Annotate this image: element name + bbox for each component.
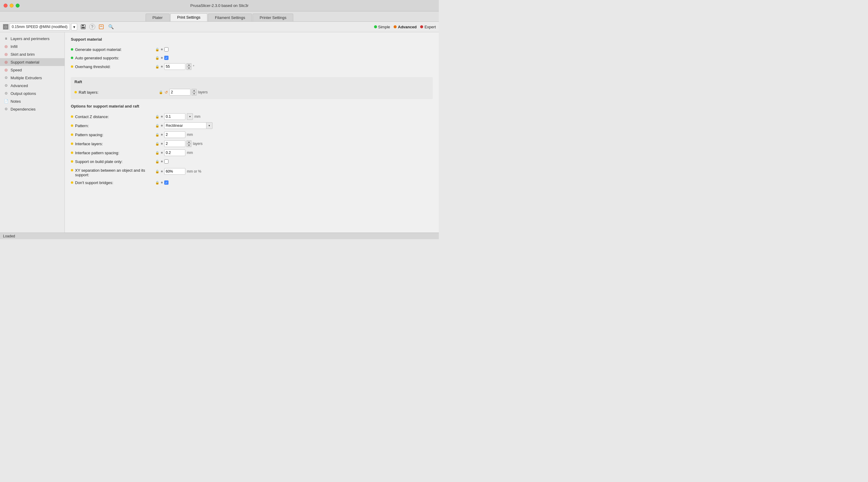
overhang-lock[interactable]: 🔒 (155, 65, 159, 69)
undo-save-button[interactable] (98, 23, 105, 30)
sidebar: ≡ Layers and perimeters ◎ Infill ◎ Skirt… (0, 32, 65, 232)
overhang-spinner[interactable]: ▲ ▼ (187, 63, 191, 70)
raft-up[interactable]: ▲ (192, 89, 196, 92)
dont-support-bridges-controls: 🔒 ✓ (155, 181, 168, 185)
build-plate-only-checkbox[interactable] (164, 159, 168, 164)
mode-advanced[interactable]: Advanced (394, 25, 416, 29)
interface-layers-lock[interactable]: 🔒 (155, 142, 159, 146)
tab-print-settings[interactable]: Print Settings (170, 13, 207, 22)
auto-generated-lock[interactable]: 🔒 (155, 56, 159, 60)
support-icon: ◎ (4, 60, 8, 64)
interface-spacing-label: Interface pattern spacing: (71, 151, 155, 155)
interface-spacing-input[interactable] (164, 150, 185, 156)
contact-z-lock[interactable]: 🔒 (155, 115, 159, 119)
generate-support-row: Generate support material: 🔒 (71, 45, 433, 54)
build-plate-only-lock[interactable]: 🔒 (155, 160, 159, 164)
overhang-down[interactable]: ▼ (187, 67, 191, 70)
interface-layers-spinner[interactable]: ▲ ▼ (187, 140, 191, 147)
tab-filament-settings[interactable]: Filament Settings (208, 13, 252, 22)
raft-lock[interactable]: 🔒 (159, 90, 163, 94)
interface-layers-label: Interface layers: (71, 141, 155, 146)
contact-z-row: Contact Z distance: 🔒 ▾ mm (71, 112, 433, 121)
advanced-mode-dot (394, 25, 397, 28)
dont-support-bridges-indicator (161, 182, 163, 184)
preset-dropdown-button[interactable]: ▾ (71, 23, 77, 30)
auto-generated-dot (71, 57, 73, 59)
interface-spacing-controls: 🔒 mm (155, 150, 193, 156)
interface-spacing-lock[interactable]: 🔒 (155, 151, 159, 155)
tab-printer-settings[interactable]: Printer Settings (253, 13, 293, 22)
xy-separation-input[interactable] (164, 168, 185, 175)
sidebar-item-layers[interactable]: ≡ Layers and perimeters (0, 35, 64, 42)
raft-reset[interactable]: ↺ (164, 90, 168, 95)
xy-separation-dot (71, 169, 73, 171)
pattern-spacing-lock[interactable]: 🔒 (155, 133, 159, 137)
pattern-indicator (161, 125, 163, 127)
dont-support-bridges-row: Don't support bridges: 🔒 ✓ (71, 178, 433, 187)
sidebar-item-advanced[interactable]: ⚙ Advanced (0, 82, 64, 90)
minimize-button[interactable] (10, 4, 13, 7)
auto-generated-indicator (161, 57, 163, 59)
sidebar-item-dependencies[interactable]: ⚙ Dependencies (0, 105, 64, 113)
pattern-dropdown[interactable]: ▾ (207, 122, 213, 129)
generate-support-lock[interactable]: 🔒 (155, 47, 159, 52)
pattern-row: Pattern: 🔒 Rectilinear ▾ (71, 121, 433, 130)
overhang-threshold-dot (71, 65, 73, 68)
contact-z-input[interactable] (164, 113, 185, 120)
search-button[interactable]: 🔍 (107, 23, 115, 30)
overhang-up[interactable]: ▲ (187, 63, 191, 67)
maximize-button[interactable] (16, 4, 20, 7)
raft-layers-input[interactable] (169, 89, 190, 96)
interface-layers-input[interactable] (164, 140, 185, 147)
xy-separation-indicator (161, 170, 163, 172)
expert-mode-label: Expert (424, 25, 436, 29)
close-button[interactable] (4, 4, 7, 7)
save-button[interactable] (80, 23, 87, 30)
raft-spinner[interactable]: ▲ ▼ (192, 89, 196, 96)
advanced-mode-label: Advanced (398, 25, 416, 29)
statusbar: Loaded (0, 232, 439, 239)
sidebar-item-speed[interactable]: ◎ Speed (0, 66, 64, 74)
contact-z-dropdown[interactable]: ▾ (187, 113, 193, 120)
window-controls[interactable] (4, 4, 20, 7)
interface-layers-up[interactable]: ▲ (187, 140, 191, 144)
content-area: Support material Generate support materi… (65, 32, 439, 232)
overhang-unit: ° (193, 64, 194, 69)
sidebar-item-support[interactable]: ◎ Support material (0, 58, 64, 66)
xy-separation-lock[interactable]: 🔒 (155, 170, 159, 173)
preset-dropdown-display: 0.15mm SPEED @MINI (modified) (10, 23, 70, 30)
interface-spacing-row: Interface pattern spacing: 🔒 mm (71, 148, 433, 157)
mode-expert[interactable]: Expert (420, 25, 436, 29)
mode-simple[interactable]: Simple (374, 25, 390, 29)
sidebar-item-infill[interactable]: ◎ Infill (0, 42, 64, 50)
dependencies-icon: ⚙ (4, 107, 8, 111)
sidebar-item-notes[interactable]: 📄 Notes (0, 97, 64, 105)
auto-generated-label: Auto generated supports: (71, 56, 155, 60)
overhang-threshold-controls: 🔒 ▲ ▼ ° (155, 63, 194, 70)
help-button[interactable]: ? (89, 24, 95, 30)
generate-support-label: Generate support material: (71, 47, 155, 52)
dont-support-bridges-checkbox[interactable]: ✓ (164, 181, 168, 185)
status-text: Loaded (3, 234, 15, 238)
interface-layers-down[interactable]: ▼ (187, 144, 191, 147)
overhang-threshold-label: Overhang threshold: (71, 64, 155, 69)
generate-support-controls: 🔒 (155, 47, 168, 52)
sidebar-item-output[interactable]: ⚙ Output options (0, 90, 64, 97)
pattern-lock[interactable]: 🔒 (155, 124, 159, 128)
generate-support-checkbox[interactable] (164, 47, 168, 52)
pattern-spacing-unit: mm (187, 133, 193, 137)
interface-layers-dot (71, 142, 73, 145)
raft-unit: layers (198, 90, 208, 94)
sidebar-item-extruders[interactable]: ⚙ Multiple Extruders (0, 74, 64, 82)
sidebar-item-skirt[interactable]: ◎ Skirt and brim (0, 50, 64, 58)
tab-plater[interactable]: Plater (146, 13, 170, 22)
pattern-spacing-input[interactable] (164, 131, 185, 138)
generate-support-indicator (161, 49, 163, 50)
contact-z-dot (71, 116, 73, 118)
dont-support-bridges-dot (71, 181, 73, 184)
raft-down[interactable]: ▼ (192, 92, 196, 96)
dont-support-bridges-lock[interactable]: 🔒 (155, 181, 159, 185)
auto-generated-checkbox[interactable]: ✓ (164, 56, 168, 60)
overhang-threshold-input[interactable] (164, 63, 185, 70)
interface-layers-unit: layers (193, 141, 203, 146)
